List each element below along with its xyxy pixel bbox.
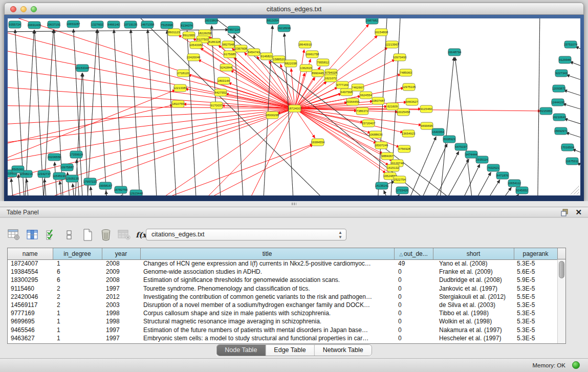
cell-pagerank[interactable]: 5.3E-5 [514, 285, 557, 293]
select-all-icon[interactable] [44, 228, 57, 242]
graph-node[interactable]: 10654112 [508, 180, 521, 187]
cell-out_de[interactable]: 0 [394, 268, 433, 276]
graph-node[interactable]: 1362615 [300, 64, 312, 72]
cell-short[interactable]: Wolkin et al. (1998) [433, 317, 514, 325]
graph-node[interactable]: 10688639 [369, 131, 383, 138]
cell-in_degree[interactable]: 1 [53, 326, 102, 334]
graph-node[interactable]: 1615132 [387, 164, 399, 171]
column-header-short[interactable]: short [433, 248, 514, 259]
cell-year[interactable]: 1998 [102, 309, 140, 317]
graph-node[interactable]: 18724007 [288, 105, 302, 112]
graph-node[interactable]: 2935114 [476, 156, 488, 163]
cell-short[interactable]: Tibbo et al. (1998) [433, 309, 514, 317]
table-row[interactable]: 911546021997Tourette syndrome. Phenomeno… [8, 285, 557, 293]
cell-out_de[interactable]: 0 [394, 326, 433, 334]
cell-year[interactable]: 2003 [102, 301, 140, 309]
cell-pagerank[interactable]: 5.3E-5 [514, 317, 557, 325]
graph-node[interactable]: 2522754 [394, 176, 406, 183]
table-row[interactable]: 1830029562008Estimation of significance … [8, 276, 557, 284]
column-header-year[interactable]: year [102, 248, 140, 259]
cell-name[interactable]: 9463627 [8, 334, 53, 342]
cell-name[interactable]: 9465546 [8, 326, 53, 334]
tab-edge-table[interactable]: Edge Table [266, 345, 314, 356]
graph-node[interactable]: 10719135 [124, 21, 138, 28]
cell-short[interactable]: Hescheler et al. (1997) [433, 334, 514, 342]
graph-node[interactable]: 8454743 [248, 49, 260, 56]
graph-node[interactable]: 16782759 [114, 186, 128, 193]
graph-node[interactable]: 8505061 [12, 166, 24, 173]
graph-node[interactable]: 17016504 [561, 144, 575, 151]
zoom-window-button[interactable] [31, 6, 37, 12]
graph-node[interactable]: 20153346 [76, 64, 90, 72]
graph-node[interactable]: 9884067 [381, 152, 394, 160]
graph-node[interactable]: 12213967 [385, 41, 399, 48]
window-titlebar[interactable]: citations_edges.txt [4, 3, 584, 15]
resize-grip-icon[interactable] [571, 186, 579, 194]
cell-name[interactable]: 18300295 [8, 276, 53, 284]
graph-node[interactable]: 8601123 [168, 29, 180, 36]
column-header-title[interactable]: title [140, 248, 394, 259]
graph-node[interactable]: 12975105 [402, 83, 416, 91]
graph-node[interactable]: 9242844 [220, 64, 232, 71]
column-header-out_de[interactable]: △out_de... [394, 248, 433, 259]
graph-node[interactable]: 10807487 [372, 97, 385, 104]
cell-out_de[interactable]: 49 [394, 259, 433, 268]
cell-in_degree[interactable]: 2 [53, 285, 102, 293]
cell-short[interactable]: Jankovic et al. (1997) [433, 285, 514, 293]
graph-node[interactable]: 10973493 [393, 54, 407, 61]
graph-node[interactable]: 9115460 [420, 105, 432, 113]
graph-node[interactable]: 20206556 [48, 154, 61, 161]
graph-node[interactable]: 18640910 [298, 41, 312, 48]
graph-node[interactable]: 14136141 [375, 182, 389, 189]
graph-node[interactable]: 16961758 [306, 51, 319, 58]
table-scrollbar[interactable] [557, 248, 565, 343]
cell-pagerank[interactable]: 5.3E-5 [514, 301, 557, 309]
cell-year[interactable]: 2009 [102, 268, 140, 276]
column-header-name[interactable]: name [8, 248, 53, 259]
cell-short[interactable]: de Silva et al. (2003) [433, 301, 514, 309]
table-row[interactable]: 1456911722003Disruption of a novel membe… [8, 301, 557, 309]
graph-node[interactable]: 20364456 [346, 98, 360, 105]
graph-node[interactable]: 17957223 [83, 178, 97, 185]
graph-node[interactable]: 8215953 [540, 107, 552, 115]
graph-node[interactable]: 7632621 [487, 164, 499, 171]
cell-pagerank[interactable]: 5.3E-5 [514, 334, 557, 342]
graph-node[interactable]: 16033809 [205, 18, 219, 24]
cell-year[interactable]: 2012 [102, 293, 140, 301]
network-canvas[interactable]: 1872400786011238912955182260589127503818… [8, 18, 580, 195]
graph-node[interactable]: 8471876 [496, 172, 509, 179]
cell-name[interactable]: 9115460 [8, 285, 53, 293]
graph-node[interactable]: 9777169 [336, 81, 349, 89]
cell-in_degree[interactable]: 1 [53, 317, 102, 325]
cell-title[interactable]: Estimation of the future numbers of pati… [140, 326, 394, 334]
tab-network-table[interactable]: Network Table [315, 345, 372, 356]
graph-node[interactable]: 19218996 [277, 25, 291, 32]
graph-node[interactable]: 7857224 [228, 26, 240, 33]
graph-node[interactable]: 9474444 [465, 151, 477, 158]
cell-title[interactable]: Tourette syndrome. Phenomenology and cla… [140, 285, 394, 293]
graph-node[interactable]: 6466140 [107, 21, 120, 28]
cell-year[interactable]: 2008 [102, 276, 140, 284]
cell-name[interactable]: 9699695 [8, 317, 53, 325]
column-header-in_degree[interactable]: in_degree [53, 248, 102, 259]
graph-node[interactable]: 8134074 [181, 22, 193, 29]
graph-node[interactable]: 9170037 [210, 102, 223, 109]
graph-node[interactable]: 7386372 [356, 107, 368, 115]
table-row[interactable]: 946554611997Estimation of the future num… [8, 326, 557, 334]
cell-name[interactable]: 14569117 [8, 301, 53, 309]
graph-node[interactable]: 12505135 [66, 175, 79, 182]
cell-name[interactable]: 22420046 [8, 293, 53, 301]
table-row[interactable]: 977716911998Corpus callosum shape and si… [8, 309, 557, 317]
graph-node[interactable]: 9355724 [9, 21, 21, 28]
cell-title[interactable]: Estimation of significance thresholds fo… [140, 276, 394, 284]
graph-node[interactable]: 2987682 [366, 18, 378, 24]
graph-node[interactable]: 10653287 [67, 20, 80, 28]
graph-node[interactable]: 9245652 [516, 187, 528, 194]
graph-node[interactable]: 1810755 [172, 100, 184, 107]
cell-pagerank[interactable]: 5.9E-5 [514, 276, 557, 284]
row-options-icon[interactable] [62, 228, 76, 242]
graph-node[interactable]: 7485063 [400, 69, 412, 76]
column-header-pagerank[interactable]: pagerank [514, 248, 557, 259]
divider-grip-icon[interactable] [292, 203, 296, 205]
graph-node[interactable]: 19384554 [311, 139, 325, 146]
